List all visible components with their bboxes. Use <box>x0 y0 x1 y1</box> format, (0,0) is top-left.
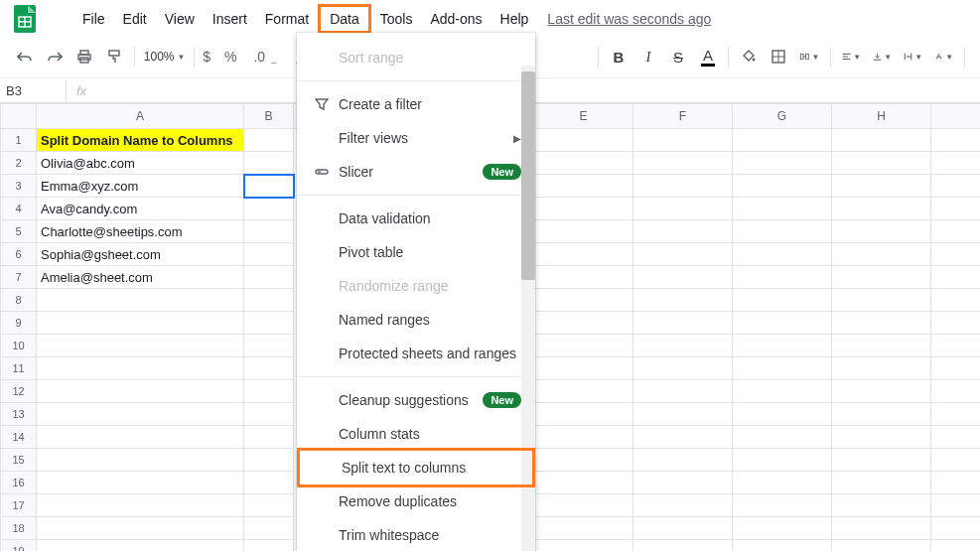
menu-item-create-filter[interactable]: Create a filter <box>297 87 535 121</box>
cell[interactable] <box>832 540 931 552</box>
cell[interactable] <box>37 426 244 449</box>
fill-color-button[interactable] <box>734 45 764 69</box>
zoom-select[interactable]: 100%▼ <box>140 50 190 64</box>
col-header[interactable]: A <box>37 104 244 129</box>
cell[interactable] <box>832 243 931 266</box>
cell[interactable] <box>733 312 832 335</box>
cell[interactable] <box>244 243 294 266</box>
cell[interactable] <box>633 289 733 312</box>
row-header[interactable]: 11 <box>1 357 37 380</box>
cell[interactable] <box>37 517 244 540</box>
text-wrap-button[interactable]: ▼ <box>898 46 928 68</box>
cell[interactable] <box>244 220 294 243</box>
cell[interactable] <box>534 335 633 357</box>
row-header[interactable]: 3 <box>1 175 37 198</box>
cell[interactable] <box>733 198 832 220</box>
cell[interactable] <box>832 517 931 540</box>
menu-item-cleanup-suggestions[interactable]: Cleanup suggestions New <box>297 383 535 417</box>
row-header[interactable]: 6 <box>1 243 37 266</box>
menu-view[interactable]: View <box>156 7 204 31</box>
cell[interactable] <box>633 335 733 357</box>
cell[interactable] <box>37 335 244 357</box>
cell[interactable] <box>633 129 733 152</box>
col-header[interactable] <box>931 104 981 129</box>
cell[interactable] <box>534 403 633 426</box>
cell[interactable] <box>733 243 832 266</box>
undo-button[interactable] <box>10 45 40 69</box>
cell[interactable] <box>633 472 733 494</box>
cell[interactable] <box>244 289 294 312</box>
cell[interactable] <box>832 472 931 494</box>
menu-tools[interactable]: Tools <box>371 7 422 31</box>
cell[interactable] <box>931 494 981 517</box>
bold-button[interactable]: B <box>604 45 633 69</box>
row-header[interactable]: 16 <box>1 472 37 494</box>
col-header[interactable]: H <box>832 104 931 129</box>
cell[interactable] <box>534 175 633 198</box>
row-header[interactable]: 5 <box>1 220 37 243</box>
row-header[interactable]: 18 <box>1 517 37 540</box>
cell[interactable] <box>832 266 931 289</box>
cell[interactable] <box>633 517 733 540</box>
cell[interactable] <box>733 540 832 552</box>
cell[interactable] <box>733 175 832 198</box>
cell[interactable] <box>733 517 832 540</box>
last-edit-link[interactable]: Last edit was seconds ago <box>547 11 711 27</box>
cell[interactable] <box>633 220 733 243</box>
cell[interactable] <box>244 449 294 472</box>
strikethrough-button[interactable]: S <box>663 45 693 69</box>
cell[interactable] <box>633 449 733 472</box>
row-header[interactable]: 19 <box>1 540 37 552</box>
cell[interactable]: Olivia@abc.com <box>37 152 244 175</box>
cell[interactable] <box>633 198 733 220</box>
cell[interactable] <box>832 152 931 175</box>
cell[interactable] <box>832 335 931 357</box>
menu-data[interactable]: Data <box>318 4 371 34</box>
cell[interactable] <box>244 312 294 335</box>
cell[interactable] <box>633 426 733 449</box>
name-box[interactable]: B3 <box>0 79 67 102</box>
cell[interactable]: Emma@xyz.com <box>37 175 244 198</box>
cell[interactable]: Charlotte@sheetips.com <box>37 220 244 243</box>
cell[interactable] <box>733 335 832 357</box>
select-all-corner[interactable] <box>1 104 37 129</box>
cell[interactable] <box>534 472 633 494</box>
cell[interactable]: Sophia@gsheet.com <box>37 243 244 266</box>
cell[interactable] <box>832 449 931 472</box>
cell[interactable] <box>931 357 981 380</box>
menu-item-split-text-to-columns[interactable]: Split text to columns <box>297 448 535 487</box>
cell[interactable] <box>633 540 733 552</box>
row-header[interactable]: 12 <box>1 380 37 403</box>
cell[interactable] <box>931 403 981 426</box>
cell[interactable] <box>832 220 931 243</box>
cell[interactable] <box>534 449 633 472</box>
print-button[interactable] <box>70 45 99 69</box>
menu-addons[interactable]: Add-ons <box>421 7 490 31</box>
row-header[interactable]: 2 <box>1 152 37 175</box>
cell[interactable] <box>931 426 981 449</box>
cell[interactable] <box>244 540 294 552</box>
cell[interactable] <box>733 152 832 175</box>
cell[interactable] <box>534 129 633 152</box>
col-header[interactable]: F <box>633 104 733 129</box>
menu-item-protected-sheets[interactable]: Protected sheets and ranges <box>297 337 535 370</box>
cell[interactable] <box>244 266 294 289</box>
cell[interactable] <box>633 403 733 426</box>
cell[interactable] <box>534 380 633 403</box>
cell[interactable] <box>931 220 981 243</box>
cell[interactable] <box>534 426 633 449</box>
cell[interactable] <box>633 494 733 517</box>
cell[interactable] <box>633 266 733 289</box>
borders-button[interactable] <box>764 45 793 69</box>
cell[interactable] <box>832 403 931 426</box>
cell[interactable]: Split Domain Name to Columns <box>37 129 244 152</box>
menu-item-slicer[interactable]: Slicer New <box>297 155 535 189</box>
cell[interactable] <box>534 152 633 175</box>
format-currency-button[interactable]: $ <box>200 49 213 65</box>
cell[interactable] <box>244 380 294 403</box>
cell[interactable] <box>244 335 294 357</box>
cell[interactable] <box>931 198 981 220</box>
cell[interactable] <box>244 403 294 426</box>
cell[interactable] <box>733 266 832 289</box>
menu-item-remove-duplicates[interactable]: Remove duplicates <box>297 484 535 518</box>
